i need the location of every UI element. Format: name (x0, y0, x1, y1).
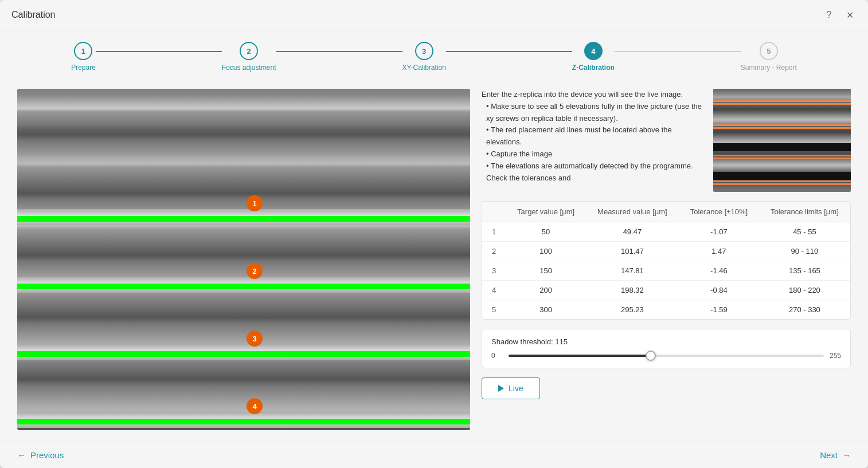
step-circle-3: 3 (415, 42, 433, 60)
previous-button[interactable]: Previous (17, 450, 64, 460)
table-header-row: Target value [µm] Measured value [µm] To… (482, 202, 850, 222)
cell-tolerance-4: -0.84 (679, 281, 759, 300)
play-icon (498, 385, 504, 392)
cell-limits-3: 135 - 165 (759, 261, 850, 281)
cell-limits-2: 90 - 110 (759, 242, 850, 261)
step-line-2-3 (276, 51, 402, 52)
cell-target-2: 100 (506, 242, 585, 261)
calibration-window: Calibration ? ✕ 1 Prepare 2 Focus adjust… (0, 0, 868, 468)
preview-orange-1 (713, 100, 851, 102)
data-table: Target value [µm] Measured value [µm] To… (482, 202, 850, 319)
calibration-image-area: 1 2 3 4 5 (17, 89, 470, 430)
step-circle-2: 2 (240, 42, 258, 60)
col-header-tolerance: Tolerance [±10%] (679, 202, 759, 222)
calibration-image: 1 2 3 4 5 (17, 89, 470, 415)
col-header-target: Target value [µm] (506, 202, 585, 222)
table-row: 4 200 198.32 -0.84 180 - 220 (482, 281, 850, 300)
instructions-list: Make sure to see all 5 elevations fully … (482, 101, 704, 184)
cell-tolerance-5: -1.59 (679, 300, 759, 320)
cell-row-2: 2 (482, 242, 506, 261)
help-button[interactable]: ? (822, 8, 836, 22)
instruction-4: The elevations are automatically detecte… (486, 160, 704, 184)
marker-4: 4 (247, 398, 263, 414)
step-label-2: Focus adjustment (222, 64, 276, 72)
slider-max: 255 (830, 352, 841, 360)
cell-limits-4: 180 - 220 (759, 281, 850, 300)
cell-target-1: 50 (506, 222, 585, 242)
step-line-1-2 (96, 51, 222, 52)
preview-orange-6 (713, 158, 851, 159)
preview-dark-1 (713, 143, 851, 151)
green-line-3 (17, 351, 470, 357)
preview-orange-8 (713, 183, 851, 185)
data-table-wrapper: Target value [µm] Measured value [µm] To… (482, 201, 851, 320)
instructions-row: Enter the z-replica into the device you … (482, 89, 851, 192)
preview-orange-3 (713, 124, 851, 126)
live-button[interactable]: Live (482, 377, 540, 399)
step-5: 5 Summary - Report (741, 42, 797, 72)
live-button-label: Live (509, 384, 523, 393)
cell-measured-5: 295.23 (586, 300, 679, 320)
cell-row-4: 4 (482, 281, 506, 300)
instructions-text: Enter the z-replica into the device you … (482, 89, 704, 184)
titlebar-actions: ? ✕ (822, 8, 857, 22)
marker-3: 3 (247, 331, 263, 347)
preview-image (713, 89, 851, 192)
titlebar: Calibration ? ✕ (0, 0, 868, 30)
main-content: 1 2 3 4 5 Enter the z-replica into the d… (0, 77, 868, 442)
green-line-4 (17, 419, 470, 424)
col-header-limits: Tolerance limits [µm] (759, 202, 850, 222)
instruction-3: Capture the image (486, 148, 704, 160)
step-circle-5: 5 (760, 42, 778, 60)
marker-2: 2 (247, 263, 263, 279)
cell-tolerance-3: -1.46 (679, 261, 759, 281)
col-header-measured: Measured value [µm] (586, 202, 679, 222)
preview-orange-2 (713, 103, 851, 105)
step-circle-4: 4 (584, 42, 603, 60)
green-line-2 (17, 284, 470, 289)
step-3: 3 XY-Calibration (402, 42, 446, 72)
cell-measured-3: 147.81 (586, 261, 679, 281)
instruction-2: The red placement aid lines must be loca… (486, 124, 704, 148)
cell-limits-1: 45 - 55 (759, 222, 850, 242)
previous-label: Previous (30, 450, 64, 460)
step-2: 2 Focus adjustment (222, 42, 276, 72)
marker-1: 1 (247, 195, 263, 211)
preview-orange-4 (713, 127, 851, 129)
stepper: 1 Prepare 2 Focus adjustment 3 XY-Calibr… (0, 30, 868, 77)
shadow-section: Shadow threshold: 115 0 255 (482, 329, 851, 368)
table-body: 1 50 49.47 -1.07 45 - 55 2 100 101.47 1.… (482, 222, 850, 320)
preview-orange-7 (713, 180, 851, 182)
step-label-5: Summary - Report (741, 64, 797, 72)
preview-orange-5 (713, 155, 851, 156)
right-panel: Enter the z-replica into the device you … (482, 89, 851, 430)
instruction-1: Make sure to see all 5 elevations fully … (486, 101, 704, 125)
cell-measured-4: 198.32 (586, 281, 679, 300)
step-1: 1 Prepare (71, 42, 96, 72)
step-line-4-5 (615, 51, 741, 52)
green-line-1 (17, 216, 470, 222)
preview-inner (713, 89, 851, 192)
step-line-3-4 (446, 51, 572, 52)
cell-measured-1: 49.47 (586, 222, 679, 242)
arrow-right-icon (842, 450, 851, 460)
window-title: Calibration (11, 10, 55, 20)
shadow-label: Shadow threshold: 115 (491, 337, 841, 346)
slider-min: 0 (491, 352, 503, 360)
slider-row: 0 255 (491, 352, 841, 360)
next-label: Next (820, 450, 838, 460)
step-label-3: XY-Calibration (402, 64, 446, 72)
step-label-4: Z-Calibration (572, 64, 615, 72)
preview-dark-2 (713, 172, 851, 180)
cell-row-1: 1 (482, 222, 506, 242)
cell-limits-5: 270 - 330 (759, 300, 850, 320)
cell-row-5: 5 (482, 300, 506, 320)
cell-target-4: 200 (506, 281, 585, 300)
col-header-row (482, 202, 506, 222)
cell-tolerance-2: 1.47 (679, 242, 759, 261)
next-button[interactable]: Next (820, 450, 851, 460)
table-row: 5 300 295.23 -1.59 270 - 330 (482, 300, 850, 320)
slider-track (509, 355, 824, 357)
close-button[interactable]: ✕ (843, 8, 857, 22)
table-row: 2 100 101.47 1.47 90 - 110 (482, 242, 850, 261)
